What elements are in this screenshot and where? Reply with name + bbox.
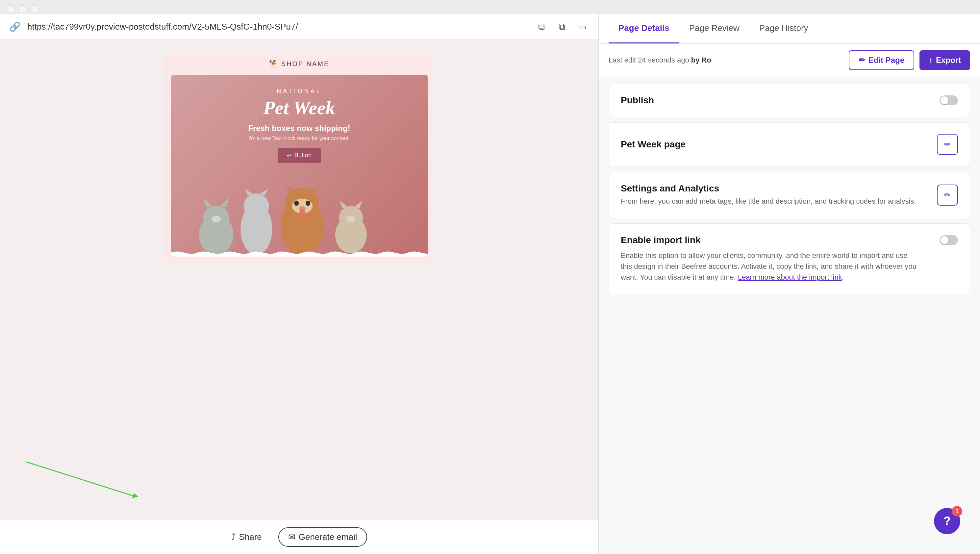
preview-content: 🐕 SHOP NAME NATIONAL Pet Week Fresh boxe… bbox=[0, 40, 598, 520]
upload-icon: ↑ bbox=[929, 56, 932, 65]
window-chrome bbox=[0, 0, 980, 14]
maximize-button[interactable] bbox=[30, 5, 39, 14]
publish-label: Publish bbox=[621, 95, 654, 106]
notification-badge: 1 bbox=[952, 506, 962, 516]
export-button[interactable]: ↑ Export bbox=[920, 50, 970, 70]
svg-point-23 bbox=[347, 216, 355, 222]
import-learn-more-link[interactable]: Learn more about the import link bbox=[738, 273, 842, 281]
share-label: Share bbox=[239, 532, 261, 542]
open-external-button[interactable]: ⧉ bbox=[535, 20, 548, 33]
shop-header: 🐕 SHOP NAME bbox=[164, 53, 434, 75]
tab-page-review[interactable]: Page Review bbox=[679, 14, 749, 43]
pets-area bbox=[181, 178, 418, 256]
publish-row: Publish bbox=[609, 84, 970, 117]
close-button[interactable] bbox=[6, 5, 15, 14]
pets-illustration bbox=[188, 184, 411, 256]
share-icon: ⤴ bbox=[231, 532, 235, 542]
pet-week-row: Pet Week page ✏ bbox=[609, 123, 970, 166]
tab-page-history[interactable]: Page History bbox=[749, 14, 818, 43]
publish-toggle[interactable] bbox=[940, 96, 958, 105]
svg-line-24 bbox=[26, 462, 135, 497]
edit-page-label: Edit Page bbox=[869, 56, 904, 65]
share-button[interactable]: ⤴ Share bbox=[231, 532, 261, 542]
copy-url-button[interactable]: ⧉ bbox=[555, 20, 569, 33]
traffic-lights bbox=[6, 5, 39, 14]
edit-page-button[interactable]: ✏ Edit Page bbox=[849, 50, 914, 70]
settings-analytics-desc: From here, you can add meta tags, like t… bbox=[621, 196, 916, 207]
url-bar: 🔗 https://tac799vr0y.preview-postedstuff… bbox=[0, 14, 598, 40]
svg-point-18 bbox=[299, 209, 305, 216]
last-edit-text: Last edit 24 seconds ago by Ro bbox=[609, 56, 711, 64]
shop-logo-icon: 🐕 bbox=[269, 59, 278, 68]
app-container: 🔗 https://tac799vr0y.preview-postedstuff… bbox=[0, 14, 980, 554]
settings-analytics-label: Settings and Analytics bbox=[621, 183, 916, 194]
link-icon: 🔗 bbox=[9, 21, 21, 32]
wavy-border bbox=[171, 249, 428, 256]
svg-marker-25 bbox=[131, 492, 138, 498]
banner-subtext: I'm a new Text block ready for your cont… bbox=[181, 135, 418, 142]
settings-content: Publish Pet Week page ✏ Settings and Ana… bbox=[599, 77, 980, 554]
action-buttons: ✏ Edit Page ↑ Export bbox=[849, 50, 970, 70]
pet-week-banner: NATIONAL Pet Week Fresh boxes now shippi… bbox=[171, 75, 428, 256]
banner-text-area: NATIONAL Pet Week Fresh boxes now shippi… bbox=[181, 88, 418, 171]
help-button[interactable]: ? 1 bbox=[934, 508, 960, 534]
export-label: Export bbox=[936, 56, 961, 65]
details-panel: Page Details Page Review Page History La… bbox=[598, 14, 980, 554]
preview-frame: 🐕 SHOP NAME NATIONAL Pet Week Fresh boxe… bbox=[164, 53, 434, 263]
tabs-bar: Page Details Page Review Page History bbox=[599, 14, 980, 44]
pet-week-card: Pet Week page ✏ bbox=[609, 123, 970, 166]
import-description: Enable this option to allow your clients… bbox=[621, 250, 917, 283]
svg-point-15 bbox=[294, 201, 299, 206]
pet-week-title: Pet Week bbox=[181, 97, 418, 118]
import-toggle[interactable] bbox=[940, 235, 958, 245]
pet-week-label: Pet Week page bbox=[621, 139, 686, 150]
last-edit-author: by Ro bbox=[691, 56, 711, 64]
svg-marker-9 bbox=[259, 189, 267, 195]
button-label: Button bbox=[294, 152, 312, 159]
settings-analytics-edit-button[interactable]: ✏ bbox=[937, 185, 958, 205]
tab-page-details[interactable]: Page Details bbox=[609, 14, 679, 43]
svg-marker-3 bbox=[220, 197, 229, 208]
fresh-boxes-text: Fresh boxes now shipping! bbox=[181, 124, 418, 133]
svg-point-4 bbox=[212, 215, 221, 222]
import-section: Enable import link Enable this option to… bbox=[609, 224, 970, 294]
preview-panel: 🔗 https://tac799vr0y.preview-postedstuff… bbox=[0, 14, 598, 554]
svg-marker-8 bbox=[245, 189, 253, 195]
pet-week-edit-button[interactable]: ✏ bbox=[937, 134, 958, 155]
enable-import-card: Enable import link Enable this option to… bbox=[609, 223, 970, 294]
url-display: https://tac799vr0y.preview-postedstuff.c… bbox=[27, 22, 528, 32]
actions-bar: Last edit 24 seconds ago by Ro ✏ Edit Pa… bbox=[599, 44, 980, 77]
pencil-icon: ✏ bbox=[859, 56, 865, 65]
svg-point-16 bbox=[305, 201, 310, 206]
import-header: Enable import link bbox=[621, 235, 958, 245]
settings-analytics-text: Settings and Analytics From here, you ca… bbox=[621, 183, 916, 207]
settings-analytics-row: Settings and Analytics From here, you ca… bbox=[609, 172, 970, 218]
green-arrow-annotation bbox=[10, 458, 142, 501]
banner-cta-button[interactable]: ↩ Button bbox=[278, 148, 321, 163]
svg-marker-2 bbox=[203, 197, 212, 208]
import-link-label: Enable import link bbox=[621, 235, 701, 245]
minimize-button[interactable] bbox=[18, 5, 27, 14]
generate-label: Generate email bbox=[299, 532, 357, 542]
email-icon: ✉ bbox=[288, 532, 296, 542]
svg-point-7 bbox=[248, 196, 265, 208]
shop-name: SHOP NAME bbox=[281, 60, 329, 68]
national-label: NATIONAL bbox=[181, 88, 418, 95]
button-arrow-icon: ↩ bbox=[287, 152, 292, 159]
settings-analytics-card: Settings and Analytics From here, you ca… bbox=[609, 172, 970, 218]
publish-card: Publish bbox=[609, 84, 970, 117]
url-actions: ⧉ ⧉ ▭ bbox=[535, 20, 589, 33]
footer-actions: ⤴ Share ✉ Generate email bbox=[0, 520, 598, 554]
device-preview-button[interactable]: ▭ bbox=[575, 20, 589, 33]
help-question-mark: ? bbox=[943, 514, 951, 528]
generate-email-button[interactable]: ✉ Generate email bbox=[278, 527, 367, 547]
